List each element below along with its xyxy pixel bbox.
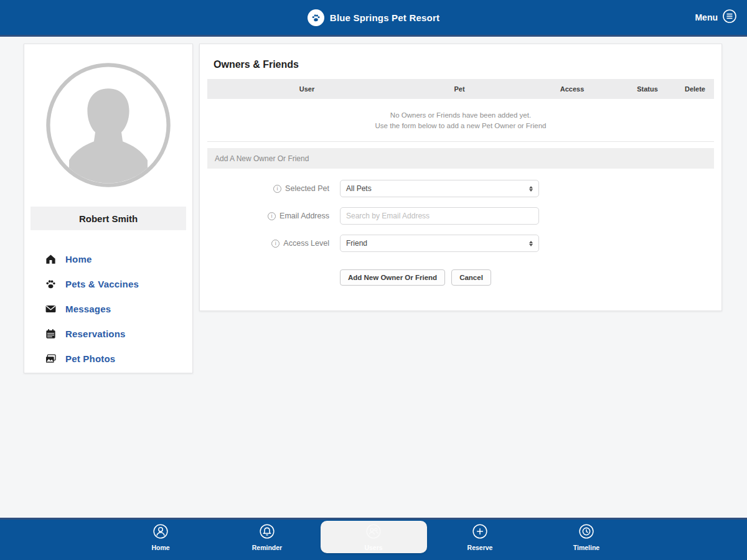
bottom-nav-label: Timeline bbox=[573, 544, 599, 551]
sidebar-item-label: Home bbox=[65, 254, 92, 264]
bottom-nav-label: Reserve bbox=[467, 544, 493, 551]
menu-label: Menu bbox=[695, 12, 718, 22]
sidebar-item-pet-photos[interactable]: Pet Photos bbox=[44, 346, 192, 371]
access-level-value: Friend bbox=[346, 239, 367, 248]
selected-pet-row: i Selected Pet All Pets bbox=[200, 180, 721, 197]
envelope-icon bbox=[44, 302, 57, 315]
bottom-nav-home[interactable]: Home bbox=[108, 521, 214, 553]
table-bottom-divider bbox=[207, 141, 714, 142]
info-icon[interactable]: i bbox=[273, 185, 281, 193]
add-new-owner-button[interactable]: Add New Owner Or Friend bbox=[340, 269, 445, 286]
info-icon[interactable]: i bbox=[268, 212, 276, 220]
bottom-nav-label: Users bbox=[364, 544, 382, 551]
add-owner-form: i Selected Pet All Pets i Email Address … bbox=[200, 180, 721, 286]
sidebar-item-home[interactable]: Home bbox=[44, 246, 192, 271]
sidebar-item-messages[interactable]: Messages bbox=[44, 296, 192, 321]
sidebar-item-label: Pet Photos bbox=[65, 353, 115, 364]
bell-circle-icon bbox=[259, 523, 275, 542]
sidebar-item-pets-vaccines[interactable]: Pets & Vaccines bbox=[44, 271, 192, 296]
select-arrows-icon bbox=[529, 186, 533, 192]
table-header-row: User Pet Access Status Delete bbox=[207, 79, 714, 99]
access-level-label-text: Access Level bbox=[283, 239, 329, 248]
empty-state-line1: No Owners or Friends have been added yet… bbox=[200, 110, 721, 121]
app-title: Blue Springs Pet Resort bbox=[330, 12, 439, 23]
cancel-button[interactable]: Cancel bbox=[451, 269, 491, 286]
bottom-nav-label: Reminder bbox=[252, 544, 282, 551]
app-header: Blue Springs Pet Resort Menu bbox=[0, 0, 747, 37]
sidebar-nav: Home Pets & Vaccines Messag bbox=[24, 246, 192, 371]
sidebar-item-reservations[interactable]: Reservations bbox=[44, 321, 192, 346]
bottom-nav-reminder[interactable]: Reminder bbox=[214, 521, 321, 553]
bottom-nav-users[interactable]: Users bbox=[321, 521, 427, 553]
select-arrows-icon bbox=[529, 241, 533, 246]
email-search-input[interactable] bbox=[340, 207, 539, 225]
selected-pet-label: i Selected Pet bbox=[200, 180, 329, 197]
access-level-select[interactable]: Friend bbox=[340, 235, 539, 252]
bottom-navigation: Home Reminder Us bbox=[0, 518, 747, 560]
selected-pet-label-text: Selected Pet bbox=[285, 184, 329, 193]
users-circle-icon bbox=[365, 523, 382, 542]
calendar-icon bbox=[44, 327, 57, 340]
email-address-label: i Email Address bbox=[200, 207, 329, 225]
bottom-nav-label: Home bbox=[151, 544, 169, 551]
photos-icon bbox=[44, 352, 57, 365]
selected-pet-value: All Pets bbox=[346, 184, 372, 193]
info-icon[interactable]: i bbox=[271, 240, 280, 248]
page-title: Owners & Friends bbox=[200, 44, 721, 70]
sidebar-item-label: Messages bbox=[65, 304, 111, 314]
home-icon bbox=[44, 253, 57, 265]
owners-friends-panel: Owners & Friends User Pet Access Status … bbox=[199, 44, 722, 311]
user-name: Robert Smith bbox=[31, 207, 186, 230]
clock-circle-icon bbox=[578, 523, 594, 542]
email-address-row: i Email Address bbox=[200, 207, 721, 225]
menu-button[interactable]: Menu bbox=[695, 0, 737, 35]
hamburger-circle-icon bbox=[722, 9, 737, 26]
bottom-nav-reserve[interactable]: Reserve bbox=[427, 521, 533, 553]
column-header-status: Status bbox=[637, 79, 658, 99]
avatar bbox=[43, 60, 174, 193]
access-level-label: i Access Level bbox=[200, 235, 329, 252]
column-header-delete: Delete bbox=[685, 79, 705, 99]
plus-circle-icon bbox=[472, 523, 488, 542]
profile-sidebar: Robert Smith Home Pets & Vaccines bbox=[24, 44, 193, 373]
access-level-row: i Access Level Friend bbox=[200, 235, 721, 252]
selected-pet-select[interactable]: All Pets bbox=[340, 180, 539, 197]
paw-icon bbox=[44, 278, 57, 290]
app-logo-icon bbox=[308, 9, 324, 26]
bottom-nav-timeline[interactable]: Timeline bbox=[533, 521, 640, 553]
sidebar-item-label: Pets & Vaccines bbox=[65, 279, 139, 289]
empty-state-line2: Use the form below to add a new Pet Owne… bbox=[200, 121, 721, 131]
empty-state-message: No Owners or Friends have been added yet… bbox=[200, 99, 721, 141]
sidebar-item-label: Reservations bbox=[65, 329, 126, 339]
add-owner-section-header: Add A New Owner Or Friend bbox=[207, 148, 714, 169]
column-header-access: Access bbox=[560, 79, 585, 99]
column-header-user: User bbox=[299, 79, 314, 99]
person-circle-icon bbox=[153, 523, 169, 542]
column-header-pet: Pet bbox=[454, 79, 464, 99]
email-address-label-text: Email Address bbox=[280, 212, 329, 220]
brand: Blue Springs Pet Resort bbox=[308, 9, 439, 26]
form-actions: Add New Owner Or Friend Cancel bbox=[340, 269, 721, 286]
